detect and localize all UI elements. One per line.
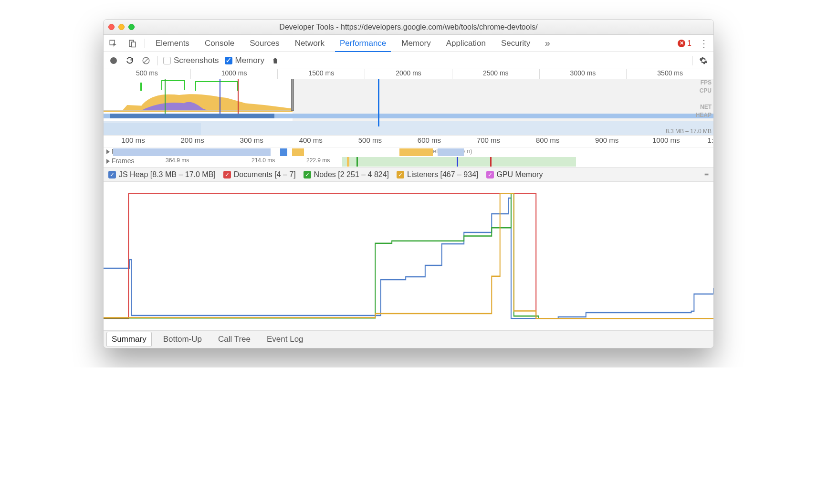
ruler-tick: 300 ms bbox=[222, 136, 281, 147]
checkbox-checked-icon: ✓ bbox=[397, 171, 404, 178]
tab-application[interactable]: Application bbox=[441, 36, 491, 51]
checkbox-checked-icon: ✓ bbox=[486, 171, 494, 178]
tab-performance[interactable]: Performance bbox=[335, 36, 391, 52]
garbage-collect-button[interactable] bbox=[270, 55, 281, 66]
net-overview-active bbox=[110, 114, 274, 118]
marker-green bbox=[165, 79, 166, 117]
tab-sources[interactable]: Sources bbox=[245, 36, 284, 51]
device-toolbar-icon[interactable] bbox=[126, 37, 139, 50]
window-title: Developer Tools - https://developers.goo… bbox=[108, 23, 709, 32]
legend-label: Documents [4 – 7] bbox=[234, 170, 296, 179]
ruler-tick: 2000 ms bbox=[396, 69, 421, 77]
devtools-tabbar: Elements Console Sources Network Perform… bbox=[104, 35, 713, 52]
network-track-header[interactable]: Network lopers.google.com/ (developers.g… bbox=[104, 147, 713, 157]
marker-red bbox=[238, 79, 239, 117]
tab-memory[interactable]: Memory bbox=[397, 36, 435, 51]
legend-js-heap[interactable]: ✓ JS Heap [8.3 MB – 17.0 MB] bbox=[108, 170, 216, 179]
tab-console[interactable]: Console bbox=[200, 36, 239, 51]
tab-elements[interactable]: Elements bbox=[151, 36, 194, 51]
overview-body[interactable] bbox=[104, 79, 713, 126]
frame-marker bbox=[457, 157, 458, 167]
frame-marker bbox=[490, 157, 492, 167]
memory-label: Memory bbox=[235, 56, 264, 65]
cpu-overview-track bbox=[104, 91, 293, 112]
track-label-cpu: CPU bbox=[696, 87, 712, 95]
fps-bar bbox=[195, 81, 238, 91]
settings-gear-icon[interactable] bbox=[698, 55, 709, 66]
devtools-window: Developer Tools - https://developers.goo… bbox=[103, 19, 714, 348]
close-window-button[interactable] bbox=[108, 24, 115, 30]
ruler-tick: 700 ms bbox=[459, 136, 518, 147]
ruler-tick: 900 ms bbox=[577, 136, 637, 147]
titlebar: Developer Tools - https://developers.goo… bbox=[104, 20, 713, 35]
overview-dimmed-region bbox=[293, 79, 713, 126]
checkbox-checked-icon: ✓ bbox=[108, 171, 116, 178]
maximize-window-button[interactable] bbox=[128, 24, 135, 30]
ruler-tick: 1500 ms bbox=[308, 69, 334, 77]
legend-documents[interactable]: ✓ Documents [4 – 7] bbox=[223, 170, 296, 179]
tab-bottom-up[interactable]: Bottom-Up bbox=[158, 332, 207, 346]
frames-track-label: Frames bbox=[112, 157, 134, 165]
ruler-tick: 1000 ms bbox=[221, 69, 247, 77]
divider bbox=[157, 56, 157, 65]
legend-nodes[interactable]: ✓ Nodes [2 251 – 4 824] bbox=[304, 170, 389, 179]
checkbox-icon bbox=[163, 57, 171, 64]
checkbox-checked-icon: ✓ bbox=[304, 171, 311, 178]
ruler-tick: 400 ms bbox=[281, 136, 340, 147]
memory-checkbox[interactable]: ✓ Memory bbox=[225, 56, 264, 65]
tab-call-tree[interactable]: Call Tree bbox=[213, 332, 255, 346]
frame-marker bbox=[356, 157, 358, 167]
legend-listeners[interactable]: ✓ Listeners [467 – 934] bbox=[397, 170, 478, 179]
marker-blue bbox=[220, 79, 220, 117]
tab-security[interactable]: Security bbox=[496, 36, 535, 51]
network-bar[interactable] bbox=[399, 148, 433, 156]
expand-icon[interactable] bbox=[106, 159, 110, 164]
heap-range-label: 8.3 MB – 17.0 MB bbox=[666, 128, 712, 135]
heap-overview-active bbox=[104, 123, 201, 135]
overview-ruler: 500 ms 1000 ms 1500 ms 2000 ms 2500 ms 3… bbox=[104, 69, 713, 79]
legend-label: Nodes [2 251 – 4 824] bbox=[314, 170, 389, 179]
network-bar[interactable] bbox=[292, 148, 304, 156]
network-bar[interactable] bbox=[280, 148, 287, 156]
memory-chart[interactable] bbox=[104, 182, 713, 331]
minimize-window-button[interactable] bbox=[118, 24, 125, 30]
network-bar[interactable] bbox=[113, 148, 271, 156]
reload-record-button[interactable] bbox=[125, 55, 135, 66]
expand-icon[interactable] bbox=[106, 149, 110, 154]
frame-timing: 214.0 ms bbox=[251, 157, 275, 164]
network-bar[interactable] bbox=[438, 148, 464, 156]
frame-bar[interactable] bbox=[342, 157, 576, 167]
ruler-tick: 800 ms bbox=[518, 136, 577, 147]
tab-network[interactable]: Network bbox=[290, 36, 329, 51]
detail-ruler[interactable]: 100 ms 200 ms 300 ms 400 ms 500 ms 600 m… bbox=[104, 136, 713, 147]
playhead-marker[interactable] bbox=[378, 79, 379, 126]
flame-chart-tracks[interactable]: Network lopers.google.com/ (developers.g… bbox=[104, 147, 713, 168]
record-button[interactable] bbox=[108, 55, 119, 66]
overview-track-labels: FPS CPU NET HEAP bbox=[696, 79, 712, 119]
checkbox-checked-icon: ✓ bbox=[223, 171, 231, 178]
more-tabs-icon[interactable]: » bbox=[541, 37, 554, 50]
legend-menu-icon[interactable]: ≡ bbox=[704, 170, 709, 179]
ruler-tick: 2500 ms bbox=[483, 69, 509, 77]
inspect-element-icon[interactable] bbox=[106, 37, 120, 50]
overview-timeline[interactable]: 500 ms 1000 ms 1500 ms 2000 ms 2500 ms 3… bbox=[104, 69, 713, 136]
frames-track-header[interactable]: Frames 364.9 ms 214.0 ms 222.9 ms bbox=[104, 157, 713, 167]
memory-legend: ✓ JS Heap [8.3 MB – 17.0 MB] ✓ Documents… bbox=[104, 168, 713, 182]
ruler-tick: 3500 ms bbox=[657, 69, 683, 77]
fps-bar bbox=[140, 83, 142, 91]
frame-timing: 222.9 ms bbox=[306, 157, 330, 164]
screenshots-checkbox[interactable]: Screenshots bbox=[163, 56, 219, 65]
frame-marker bbox=[347, 157, 349, 167]
tab-summary[interactable]: Summary bbox=[106, 332, 152, 347]
legend-gpu-memory[interactable]: ✓ GPU Memory bbox=[486, 170, 543, 179]
range-handle-right[interactable] bbox=[291, 79, 294, 111]
ruler-tick: 600 ms bbox=[399, 136, 459, 147]
error-count-badge[interactable]: ✕ 1 bbox=[678, 39, 691, 48]
clear-button[interactable] bbox=[141, 55, 151, 66]
frame-timing: 364.9 ms bbox=[166, 157, 189, 164]
details-tabbar: Summary Bottom-Up Call Tree Event Log bbox=[104, 331, 713, 348]
tab-event-log[interactable]: Event Log bbox=[262, 332, 308, 346]
checkbox-checked-icon: ✓ bbox=[225, 57, 232, 64]
track-label-fps: FPS bbox=[696, 79, 712, 87]
kebab-menu-icon[interactable]: ⋮ bbox=[697, 37, 711, 50]
